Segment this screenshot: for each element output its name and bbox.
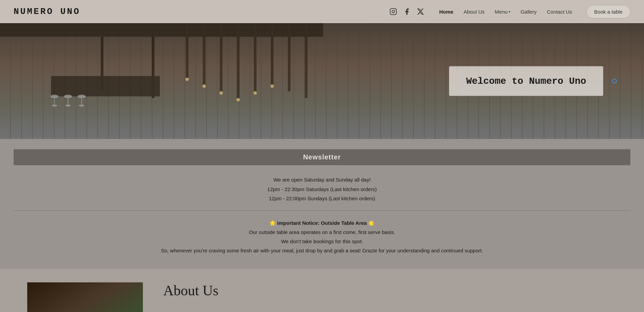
newsletter-divider [14, 210, 630, 211]
about-section: About Us [0, 269, 644, 312]
svg-point-17 [52, 105, 57, 107]
svg-point-28 [253, 91, 257, 95]
svg-point-1 [392, 10, 394, 13]
nav-about[interactable]: About Us [460, 7, 489, 17]
nav-home[interactable]: Home [435, 7, 458, 17]
social-icons [389, 7, 425, 16]
about-title: About Us [163, 282, 617, 299]
newsletter-line-1: We are open Saturday and Sunday all day! [0, 175, 644, 184]
hero-section: Welcome to Numero Uno [0, 23, 644, 139]
hero-circle-indicator [612, 79, 617, 83]
about-image [27, 282, 143, 312]
svg-point-26 [219, 91, 223, 95]
about-text-area: About Us [163, 282, 617, 306]
svg-point-27 [236, 98, 240, 102]
nav-contact[interactable]: Contact Us [543, 7, 576, 17]
newsletter-line-2: 12pm - 22:30pm Saturdays (Last kitchen o… [0, 185, 644, 194]
newsletter-content: We are open Saturday and Sunday all day!… [0, 175, 644, 203]
header-right: Home About Us Menu ▾ Gallery Contact Us … [389, 5, 630, 18]
notice-section: 🌟 Important Notice: Outside Table Area 🌟… [0, 218, 644, 255]
svg-point-23 [79, 105, 84, 107]
notice-line-2: We don't take bookings for this spot. [27, 237, 617, 246]
book-table-button[interactable]: Book a table [587, 5, 630, 18]
notice-line-1: Our outside table area operates on a fir… [27, 228, 617, 237]
svg-point-29 [270, 84, 274, 88]
svg-point-25 [202, 84, 206, 88]
x-twitter-icon[interactable] [416, 7, 425, 16]
newsletter-line-3: 12pm - 22:00pm Sundays (Last kitchen ord… [0, 194, 644, 203]
svg-point-20 [65, 105, 71, 107]
about-image-svg [27, 282, 143, 312]
chevron-down-icon: ▾ [509, 10, 510, 14]
site-header: NUMERO UNO [0, 0, 644, 23]
notice-line-3: So, whenever you're craving some fresh a… [27, 246, 617, 255]
welcome-box: Welcome to Numero Uno [449, 66, 603, 96]
site-logo: NUMERO UNO [14, 6, 80, 17]
svg-point-24 [185, 78, 189, 81]
newsletter-header-bar: Newsletter [14, 149, 630, 165]
welcome-text: Welcome to Numero Uno [466, 76, 586, 87]
svg-rect-14 [51, 76, 160, 96]
newsletter-title: Newsletter [303, 153, 341, 161]
svg-point-2 [395, 10, 395, 10]
instagram-icon[interactable] [389, 7, 398, 16]
facebook-icon[interactable] [402, 7, 411, 16]
newsletter-section: Newsletter We are open Saturday and Sund… [0, 139, 644, 269]
nav-gallery[interactable]: Gallery [516, 7, 541, 17]
nav-menu[interactable]: Menu ▾ [491, 7, 514, 17]
svg-rect-0 [390, 9, 396, 15]
svg-rect-3 [0, 23, 323, 37]
svg-rect-30 [27, 282, 143, 312]
notice-title: 🌟 Important Notice: Outside Table Area 🌟 [27, 218, 617, 228]
main-nav: Home About Us Menu ▾ Gallery Contact Us [435, 7, 576, 17]
